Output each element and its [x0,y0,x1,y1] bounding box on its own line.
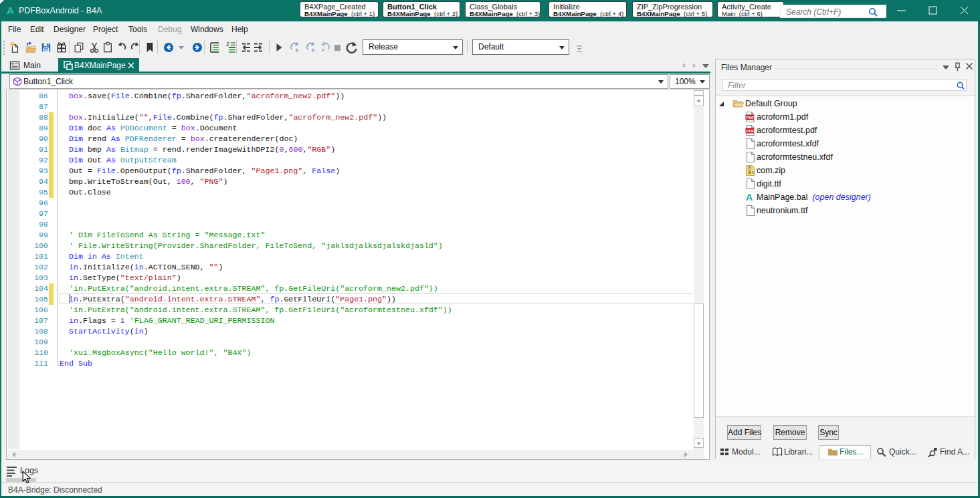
svg-text:PDF: PDF [747,115,755,120]
svg-text:PDF: PDF [747,128,755,133]
svg-text:2: 2 [226,41,229,47]
